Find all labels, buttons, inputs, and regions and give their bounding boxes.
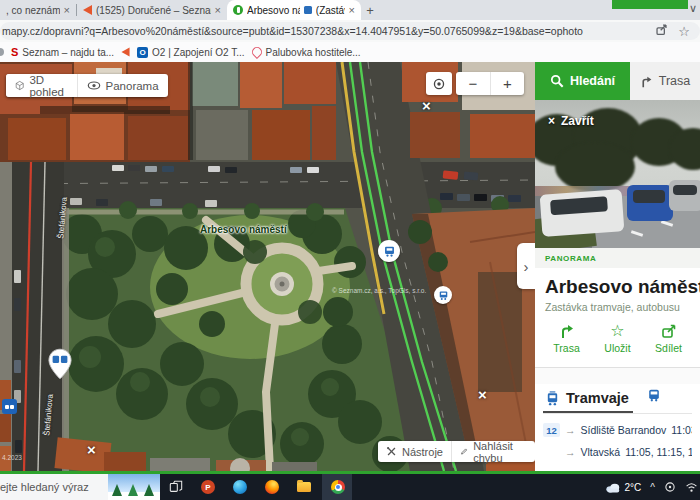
winter-theme-graphic xyxy=(108,474,160,500)
weather-widget[interactable]: 2°C xyxy=(605,482,642,493)
zoom-out-button[interactable]: − xyxy=(456,72,490,95)
locate-button[interactable] xyxy=(426,72,452,95)
bus-stop-marker[interactable] xyxy=(434,286,452,304)
panorama-preview[interactable]: × Zavřít xyxy=(535,100,700,248)
map-place-label: Arbesovo náměstí xyxy=(200,224,287,235)
tab-tramvaje[interactable]: Tramvaje xyxy=(543,390,633,413)
transit-interchange-icon[interactable] xyxy=(2,399,17,414)
tab-3-title: Arbesovo náměstí xyxy=(247,5,300,16)
route-icon xyxy=(640,75,653,88)
sidebar-header: Hledání Trasa xyxy=(535,62,700,100)
bookmark-seznam[interactable]: S Seznam – najdu ta... xyxy=(11,46,114,58)
save-action-label: Uložit xyxy=(604,342,630,354)
tram-icon xyxy=(545,391,560,406)
bookmark-star-icon[interactable]: ☆ xyxy=(678,24,690,39)
windows-taskbar: ejte hledaný výraz P 2°C xyxy=(0,474,700,500)
tab-3-close-icon[interactable]: × xyxy=(349,4,355,16)
tools-button[interactable]: Nástroje xyxy=(378,441,451,462)
route-action-button[interactable]: Trasa xyxy=(541,323,592,354)
transit-tabs: Tramvaje xyxy=(543,384,692,414)
road-closure-icon: × xyxy=(478,387,487,402)
save-action-button[interactable]: ☆ Uložit xyxy=(592,323,643,354)
tab-3-active[interactable]: Arbesovo náměstí (Zastávka × xyxy=(227,0,361,20)
bookmarks-bar: S Seznam – najdu ta... O O2 | Zapojení O… xyxy=(0,42,700,62)
route-action-label: Trasa xyxy=(553,342,579,354)
section-divider xyxy=(535,367,700,384)
road-closure-icon: × xyxy=(87,442,96,457)
tab-list-chevron-icon[interactable]: ∨ xyxy=(689,2,697,15)
tray-expand-icon[interactable]: ^ xyxy=(650,482,655,493)
task-view-icon[interactable] xyxy=(168,479,184,495)
close-panorama-button[interactable]: × Zavřít xyxy=(548,114,594,128)
panorama-label: Panorama xyxy=(106,80,159,92)
route-tab-button[interactable]: Trasa xyxy=(630,62,700,100)
share-icon[interactable] xyxy=(655,22,668,40)
bus-icon xyxy=(647,388,661,402)
tab-1-title: , co neznám xyxy=(6,5,60,16)
destination: Sídliště Barrandov xyxy=(581,424,667,436)
selected-stop-pin[interactable] xyxy=(48,348,72,380)
white-car xyxy=(540,189,625,237)
seznam-email-icon[interactable] xyxy=(122,48,130,57)
screen: , co neznám × (1525) Doručené – Seznam E… xyxy=(0,0,700,500)
aerial-map[interactable]: Arbesovo náměstí Štefánikova Štefánikova… xyxy=(0,62,535,471)
departure-row[interactable]: → Vltavská 11:05, 11:15, 11:25 xyxy=(543,446,692,458)
browser-tabstrip: , co neznám × (1525) Doručené – Seznam E… xyxy=(0,0,700,20)
browser-urlbar: mapy.cz/dopravni?q=Arbesovo%20náměstí&so… xyxy=(0,20,700,42)
aerial-imagery xyxy=(0,62,535,471)
route-tab-label: Trasa xyxy=(659,74,691,88)
bookmark-o2[interactable]: O O2 | Zapojení O2 T... xyxy=(137,47,244,58)
route-icon xyxy=(559,323,575,339)
bookmark-palubovka[interactable]: Palubovka hostitele... xyxy=(252,47,361,58)
panel-expand-chevron-icon[interactable]: › xyxy=(517,243,535,289)
bookmark-palubovka-label: Palubovka hostitele... xyxy=(266,47,361,58)
tray-app-icon[interactable] xyxy=(664,481,676,493)
bookmark-partial-icon[interactable] xyxy=(0,48,4,56)
powerpoint-icon[interactable]: P xyxy=(200,479,216,495)
report-error-button[interactable]: Nahlásit chybu xyxy=(451,441,535,462)
share-action-button[interactable]: Sdílet xyxy=(643,323,694,354)
bookmark-o2-label: O2 | Zapojení O2 T... xyxy=(152,47,244,58)
map-tools-pill: Nástroje Nahlásit chybu xyxy=(378,441,535,462)
share-icon xyxy=(661,323,677,339)
tab-2-close-icon[interactable]: × xyxy=(215,4,221,16)
tab-1-close-icon[interactable]: × xyxy=(64,4,70,16)
search-tab-button[interactable]: Hledání xyxy=(535,62,630,100)
departure-times: 11:03, 11:1 xyxy=(671,424,692,436)
url-text[interactable]: mapy.cz/dopravni?q=Arbesovo%20náměstí&so… xyxy=(0,25,655,37)
detail-sidebar: Hledání Trasa × Zavřít xyxy=(535,62,700,471)
bookmark-seznam-label: Seznam – najdu ta... xyxy=(22,47,114,58)
tab-tramvaje-label: Tramvaje xyxy=(566,390,629,406)
tab-2[interactable]: (1525) Doručené – Seznam Email × xyxy=(77,0,227,20)
tab-1[interactable]: , co neznám × xyxy=(0,0,76,20)
firefox-icon[interactable] xyxy=(264,479,280,495)
seznam-icon: S xyxy=(11,46,18,58)
taskbar-search-box[interactable]: ejte hledaný výraz xyxy=(0,474,160,500)
network-icon[interactable] xyxy=(685,481,698,493)
departure-row[interactable]: 12 → Sídliště Barrandov 11:03, 11:1 xyxy=(543,423,692,437)
tram-stop-marker[interactable] xyxy=(378,240,400,262)
search-icon xyxy=(550,74,564,88)
imagery-date: 4.2023 xyxy=(2,454,22,461)
panorama-button[interactable]: Panorama xyxy=(77,74,168,97)
transit-section: Tramvaje 12 → Sídliště Barrandov 11:03, … xyxy=(535,384,700,458)
line-number-badge: 12 xyxy=(543,423,560,437)
close-panorama-label: Zavřít xyxy=(561,114,594,128)
layer-pill-2: 3D pohled Panorama xyxy=(6,74,168,97)
tab-autobusy[interactable] xyxy=(647,388,661,413)
action-buttons: Trasa ☆ Uložit Sdílet xyxy=(535,313,700,354)
cloud-icon xyxy=(605,482,621,493)
view-3d-label: 3D pohled xyxy=(29,74,67,98)
zoom-controls: − + xyxy=(456,72,524,95)
file-explorer-icon[interactable] xyxy=(296,479,312,495)
zoom-in-button[interactable]: + xyxy=(490,72,524,95)
gray-car xyxy=(669,180,700,211)
address-pill[interactable]: mapy.cz/dopravni?q=Arbesovo%20náměstí&so… xyxy=(0,22,700,40)
new-tab-button[interactable]: + xyxy=(361,1,379,19)
view-3d-button[interactable]: 3D pohled xyxy=(6,74,77,97)
tools-label: Nástroje xyxy=(402,446,443,458)
edge-icon[interactable] xyxy=(232,479,248,495)
star-icon: ☆ xyxy=(610,323,624,339)
chrome-icon[interactable] xyxy=(330,479,346,495)
place-title: Arbesovo náměstí xyxy=(535,268,700,298)
